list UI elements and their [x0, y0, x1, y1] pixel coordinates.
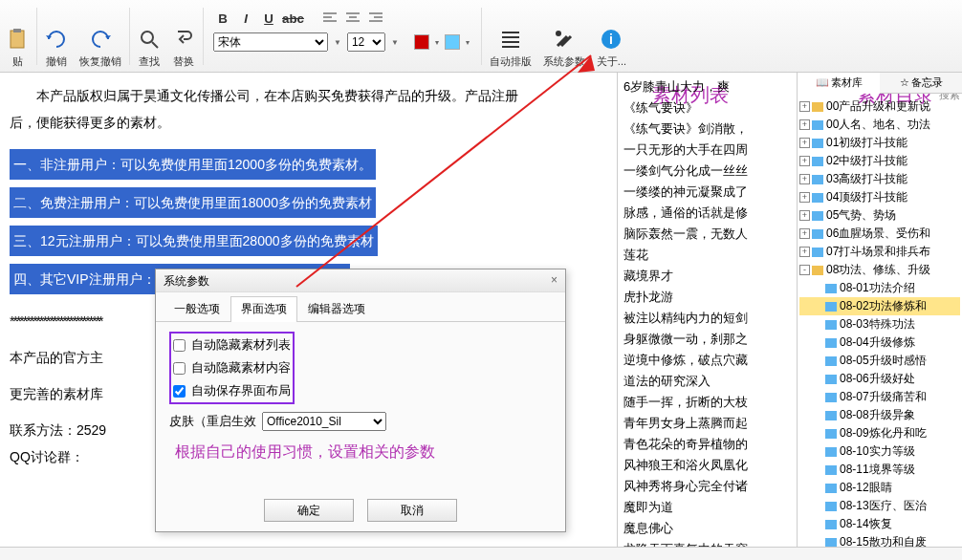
chk-hide-list[interactable] — [173, 339, 186, 352]
chk-hide-content[interactable] — [173, 362, 186, 375]
folder-icon — [825, 520, 837, 529]
tree-toggle[interactable]: + — [799, 101, 810, 112]
tab-general[interactable]: 一般选项 — [164, 296, 230, 321]
tree-item[interactable]: +06血腥场景、受伤和 — [799, 225, 960, 243]
tree-toggle[interactable]: + — [799, 192, 810, 203]
undo-button[interactable]: 撤销 — [39, 0, 74, 73]
font-select[interactable]: 宋体 — [213, 32, 328, 52]
size-select[interactable]: 12 — [347, 32, 385, 52]
tree-item[interactable]: 08-04升级修炼 — [799, 334, 960, 352]
font-color-button[interactable] — [414, 34, 429, 50]
tree-item[interactable]: +02中级打斗技能 — [799, 152, 960, 170]
list-item[interactable]: 藏境界才 — [620, 266, 795, 287]
tree-label: 08-10实力等级 — [840, 443, 915, 460]
dialog-close-button[interactable]: × — [551, 273, 558, 288]
list-item[interactable]: 脉感，通俗的话就是修 — [620, 203, 795, 224]
tree-toggle[interactable]: + — [799, 247, 810, 257]
list-item[interactable]: 《练气要诀》剑消散， — [620, 118, 795, 140]
sys-params-button[interactable]: 系统参数 — [537, 0, 591, 73]
tab-library[interactable]: 📖素材库 — [798, 73, 880, 94]
tree-item[interactable]: 08-11境界等级 — [799, 461, 960, 479]
tree-toggle[interactable]: + — [799, 119, 810, 130]
tree-label: 01初级打斗技能 — [826, 135, 907, 151]
tree-item[interactable]: +07打斗场景和排兵布 — [799, 243, 960, 261]
cancel-button[interactable]: 取消 — [367, 499, 457, 522]
tree-item[interactable]: 08-12眼睛 — [799, 479, 960, 497]
skin-label: 皮肤（重启生效 — [169, 413, 256, 430]
redo-button[interactable]: 恢复撤销 — [74, 0, 127, 73]
tree-item[interactable]: +01初级打斗技能 — [799, 134, 960, 152]
list-item[interactable]: 风神狼王和浴火凤凰化 — [620, 455, 795, 476]
tree-toggle[interactable]: - — [799, 265, 810, 275]
ok-button[interactable]: 确定 — [264, 499, 354, 522]
list-item[interactable]: 龙隐天下真气中的天穿 — [620, 539, 795, 547]
tree-item[interactable]: 08-10实力等级 — [799, 442, 960, 461]
list-item[interactable]: 脑际轰然一震，无数人 — [620, 224, 795, 245]
tab-memo[interactable]: ☆备忘录 — [880, 73, 962, 93]
paste-button[interactable]: 贴 — [0, 0, 34, 73]
list-item[interactable]: 虎扑龙游 — [620, 287, 795, 308]
list-item[interactable]: 青色花朵的奇异植物的 — [620, 434, 795, 455]
svg-rect-0 — [11, 31, 24, 48]
info-icon: i — [600, 28, 623, 51]
list-item[interactable]: 被注以精纯内力的短剑 — [620, 308, 795, 329]
highlight-color-button[interactable] — [445, 34, 460, 50]
tree-item[interactable]: 08-03特殊功法 — [799, 315, 960, 334]
auto-layout-button[interactable]: 自动排版 — [484, 0, 537, 73]
tree-item[interactable]: 08-05升级时感悟 — [799, 352, 960, 370]
tree-item[interactable]: 08-09炼化丹和吃 — [799, 424, 960, 442]
tree-toggle[interactable]: + — [799, 210, 810, 221]
tree-item[interactable]: 08-08升级异象 — [799, 406, 960, 424]
find-button[interactable]: 查找 — [132, 0, 166, 73]
tree-toggle[interactable]: + — [799, 228, 810, 239]
list-item[interactable]: 身躯微微一动，刹那之 — [620, 329, 795, 350]
underline-button[interactable]: U — [259, 10, 278, 27]
italic-button[interactable]: I — [236, 10, 255, 27]
tree-toggle[interactable]: + — [799, 156, 810, 166]
list-item[interactable]: 风神秀将身心完全付诸 — [620, 476, 795, 497]
tree-label: 08-09炼化丹和吃 — [840, 425, 927, 442]
align-center-button[interactable] — [343, 10, 362, 27]
list-item[interactable]: 《练气要诀》 — [620, 97, 795, 118]
tree-item[interactable]: 08-07升级痛苦和 — [799, 388, 960, 406]
list-item[interactable]: 逆境中修炼，破点穴藏 — [620, 350, 795, 371]
tree-item[interactable]: 08-02功法修炼和 — [799, 297, 960, 315]
tree-item[interactable]: +00产品升级和更新说 — [799, 97, 960, 116]
list-item[interactable]: 一只无形的大手在四周 — [620, 140, 795, 161]
bold-button[interactable]: B — [213, 10, 232, 27]
list-item[interactable]: 一缕缕的神元凝聚成了 — [620, 182, 795, 203]
tree-item[interactable]: +00人名、地名、功法 — [799, 116, 960, 134]
tree-item[interactable]: 08-13医疗、医治 — [799, 497, 960, 515]
tree-item[interactable]: +05气势、势场 — [799, 206, 960, 225]
tree-item[interactable]: -08功法、修练、升级 — [799, 261, 960, 279]
align-right-button[interactable] — [366, 10, 385, 27]
list-item[interactable]: 青年男女身上蒸腾而起 — [620, 413, 795, 434]
tree-toggle[interactable]: + — [799, 174, 810, 184]
chk-save-layout[interactable] — [173, 385, 186, 398]
about-label: 关于... — [597, 54, 626, 69]
skin-select[interactable]: Office2010_Sil — [262, 412, 386, 431]
strike-button[interactable]: abc — [282, 10, 301, 27]
tab-ui[interactable]: 界面选项 — [230, 296, 297, 322]
tree-item[interactable]: 08-14恢复 — [799, 515, 960, 533]
tree-item[interactable]: 08-15散功和自废 — [799, 533, 960, 547]
tree-item[interactable]: 08-01功法介绍 — [799, 279, 960, 297]
list-item[interactable]: 道法的研究深入 — [620, 371, 795, 392]
list-item[interactable]: 一缕剑气分化成一丝丝 — [620, 161, 795, 182]
tree-item[interactable]: +03高级打斗技能 — [799, 170, 960, 188]
list-item[interactable]: 随手一挥，折断的大枝 — [620, 392, 795, 413]
align-left-button[interactable] — [320, 10, 339, 27]
tab-editor[interactable]: 编辑器选项 — [297, 296, 376, 321]
replace-button[interactable]: 替换 — [166, 0, 201, 73]
tree-toggle[interactable]: + — [799, 138, 810, 148]
list-item[interactable]: 莲花 — [620, 245, 795, 266]
tree-label: 08-04升级修炼 — [840, 334, 915, 351]
list-item[interactable]: 魔息佛心 — [620, 518, 795, 539]
tree-label: 06血腥场景、受伤和 — [826, 226, 930, 242]
about-button[interactable]: i 关于... — [591, 0, 632, 73]
list-item[interactable]: 魔即为道 — [620, 497, 795, 518]
tree-item[interactable]: +04顶级打斗技能 — [799, 188, 960, 206]
tree-item[interactable]: 08-06升级好处 — [799, 370, 960, 388]
main-toolbar: 贴 撤销 恢复撤销 查找 替换 B I U abc — [0, 0, 962, 73]
list-item[interactable]: 6岁膝青山大力，爽 — [620, 76, 795, 97]
